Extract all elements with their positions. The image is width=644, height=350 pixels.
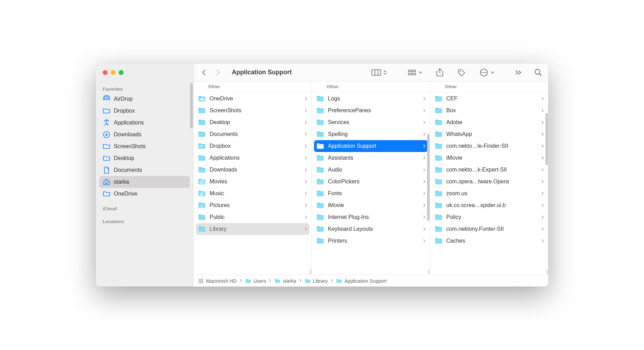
sidebar-item[interactable]: ScreenShots (99, 140, 190, 152)
folder-row[interactable]: Pictures (196, 199, 309, 211)
folder-row[interactable]: Desktop (196, 116, 309, 128)
folder-row[interactable]: iMovie (314, 199, 428, 211)
search-button[interactable] (534, 69, 542, 76)
folder-row[interactable]: Adobe (432, 116, 546, 128)
chevron-right-icon (305, 132, 307, 136)
chevron-right-icon (541, 203, 544, 207)
folder-row[interactable]: PreferencePanes (314, 105, 428, 116)
sidebar: Favorites AirDrop Dropbox Applications D… (96, 82, 194, 287)
folder-icon (336, 279, 342, 283)
folder-row[interactable]: Audio (314, 164, 428, 176)
overflow-button[interactable] (515, 70, 522, 75)
folder-row[interactable]: Library (196, 223, 309, 235)
sidebar-item-label: Applications (114, 120, 144, 126)
folder-row[interactable]: com.nektony.Funter-SII (432, 223, 546, 235)
window-maximize[interactable] (119, 70, 124, 75)
row-label: uk.co.screa…spider.ui.b (446, 202, 538, 208)
window-title: Application Support (232, 69, 292, 76)
sidebar-section-header: Favorites (99, 84, 190, 93)
path-segment[interactable]: Application Support (336, 278, 386, 284)
folder-row[interactable]: Dropbox (196, 140, 309, 152)
row-label: Public (210, 214, 301, 220)
folder-row[interactable]: Movies (196, 176, 309, 188)
svg-rect-0 (372, 70, 381, 75)
chevron-right-icon (541, 156, 544, 160)
share-button[interactable] (436, 68, 443, 77)
folder-row[interactable]: Public (196, 211, 309, 223)
folder-row[interactable]: Caches (432, 235, 546, 247)
folder-row[interactable]: ColorPickers (314, 176, 428, 188)
folder-row[interactable]: CEF (432, 93, 546, 105)
sidebar-item[interactable]: AirDrop (99, 93, 190, 105)
sidebar-item[interactable]: Desktop (99, 152, 190, 164)
sidebar-scrollbar[interactable] (190, 83, 193, 128)
sidebar-item[interactable]: OneDrive (99, 188, 190, 200)
chevron-right-icon (541, 97, 544, 101)
chevron-right-icon (423, 108, 426, 113)
folder-row[interactable]: zoom.us (432, 188, 546, 199)
folder-row[interactable]: uk.co.screa…spider.ui.b (432, 199, 546, 211)
row-label: Box (446, 107, 538, 114)
row-label: iMovie (328, 202, 419, 208)
folder-row[interactable]: Downloads (196, 164, 309, 176)
folder-row[interactable]: Spelling (314, 128, 428, 140)
folder-row[interactable]: Assistants (314, 152, 428, 164)
column-resize-handle[interactable]: ‖ (543, 268, 548, 275)
folder-row[interactable]: Box (432, 105, 546, 116)
folder-row[interactable]: Internet Plug-Ins (314, 211, 428, 223)
sidebar-item[interactable]: Applications (99, 117, 190, 129)
window-minimize[interactable] (111, 70, 116, 75)
folder-row[interactable]: Fonts (314, 188, 428, 199)
row-label: Dropbox (210, 143, 301, 149)
folder-row[interactable]: com.nekto…le-Finder-SII (432, 140, 546, 152)
path-segment[interactable]: starka (274, 278, 296, 284)
group-menu[interactable] (408, 69, 422, 76)
chevron-right-icon (423, 191, 426, 196)
folder-row[interactable]: Services (314, 116, 428, 128)
folder-icon (316, 143, 324, 150)
nav-forward[interactable] (215, 69, 221, 76)
folder-row[interactable]: Music (196, 188, 309, 199)
actions-menu[interactable] (480, 68, 494, 77)
folder-row[interactable]: Documents (196, 128, 309, 140)
folder-row[interactable]: OneDrive (196, 93, 309, 105)
sidebar-item-label: Desktop (114, 155, 134, 161)
folder-icon (316, 190, 324, 197)
path-segment[interactable]: Users (245, 278, 266, 284)
folder-row[interactable]: Keyboard Layouts (314, 223, 428, 235)
window-close[interactable] (103, 70, 108, 75)
folder-icon (434, 178, 443, 185)
column-resize-handle[interactable]: ‖ (425, 268, 430, 275)
chevron-right-icon (305, 144, 307, 148)
folder-row[interactable]: WhatsApp (432, 128, 546, 140)
folder-row[interactable]: iMovie (432, 152, 546, 164)
column-header: Other (312, 82, 430, 92)
column-scrollbar[interactable] (427, 134, 430, 221)
sidebar-item[interactable]: starka (99, 176, 190, 188)
folder-row[interactable]: Applications (196, 152, 309, 164)
view-columns[interactable] (371, 69, 387, 76)
folder-row[interactable]: com.opera…tware.Opera (432, 176, 546, 188)
column-scrollbar[interactable] (545, 113, 548, 165)
sidebar-item-label: Dropbox (114, 108, 135, 114)
folder-row[interactable]: Printers (314, 235, 428, 247)
path-segment[interactable]: Macintosh HD (198, 278, 237, 284)
folder-row[interactable]: Logs (314, 93, 428, 105)
folder-icon (316, 131, 324, 138)
svg-rect-4 (411, 70, 413, 72)
tags-button[interactable] (457, 69, 466, 76)
svg-point-13 (485, 72, 486, 73)
column-resize-handle[interactable]: ‖ (307, 268, 312, 275)
path-label: Macintosh HD (206, 278, 237, 284)
sidebar-item[interactable]: Documents (99, 164, 190, 176)
nav-back[interactable] (201, 69, 207, 76)
folder-row[interactable]: com.nekto…k-Expert-SII (432, 164, 546, 176)
row-label: zoom.us (446, 190, 538, 197)
sidebar-item[interactable]: Dropbox (99, 105, 190, 117)
sidebar-item[interactable]: Downloads (99, 129, 190, 140)
folder-row[interactable]: Application Support (314, 140, 428, 152)
folder-row[interactable]: Policy (432, 211, 546, 223)
folder-row[interactable]: ScreenShots (196, 105, 309, 116)
row-label: Movies (210, 178, 301, 185)
path-segment[interactable]: Library (305, 278, 328, 284)
